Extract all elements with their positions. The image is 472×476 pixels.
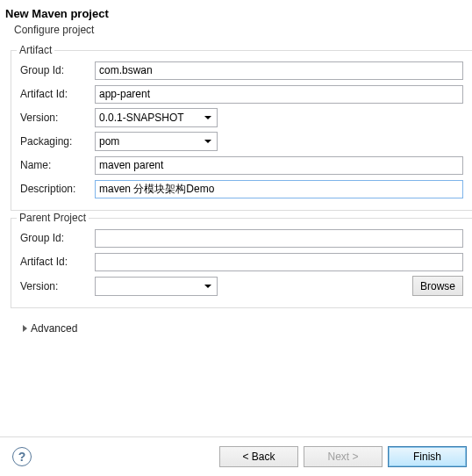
version-row: Version: 0.0.1-SNAPSHOT — [20, 108, 463, 127]
description-row: Description: — [20, 179, 463, 198]
name-label: Name: — [20, 159, 95, 171]
version-value: 0.0.1-SNAPSHOT — [99, 112, 204, 124]
chevron-down-icon — [204, 116, 211, 119]
parent-group-id-label: Group Id: — [20, 232, 95, 244]
parent-group: Parent Project Group Id: Artifact Id: Ve… — [11, 218, 472, 308]
advanced-toggle[interactable]: Advanced — [11, 315, 472, 335]
chevron-down-icon — [204, 140, 211, 143]
name-row: Name: — [20, 155, 463, 175]
parent-artifact-id-row: Artifact Id: — [20, 252, 463, 271]
packaging-label: Packaging: — [20, 135, 95, 148]
name-input[interactable] — [95, 156, 463, 175]
browse-button[interactable]: Browse — [412, 276, 463, 296]
back-button[interactable]: < Back — [219, 446, 298, 467]
version-combo[interactable]: 0.0.1-SNAPSHOT — [95, 108, 218, 127]
packaging-row: Packaging: pom — [20, 132, 463, 151]
packaging-value: pom — [99, 135, 204, 148]
group-id-label: Group Id: — [20, 64, 95, 76]
artifact-id-row: Artifact Id: — [20, 84, 463, 104]
parent-artifact-id-input[interactable] — [95, 253, 463, 271]
next-button: Next > — [304, 446, 383, 467]
chevron-right-icon — [23, 325, 27, 332]
chevron-down-icon — [204, 285, 211, 288]
parent-group-id-row: Group Id: — [20, 228, 463, 248]
wizard-footer: ? < Back Next > Finish — [0, 436, 472, 476]
parent-group-id-input[interactable] — [95, 229, 463, 248]
parent-version-row: Version: Browse — [20, 276, 463, 296]
wizard-subtitle: Configure project — [5, 24, 461, 36]
wizard-content: Artifact Group Id: Artifact Id: Version:… — [0, 45, 472, 335]
artifact-group: Artifact Group Id: Artifact Id: Version:… — [11, 50, 472, 211]
artifact-id-input[interactable] — [95, 85, 463, 104]
artifact-legend: Artifact — [17, 44, 54, 56]
group-id-input[interactable] — [95, 61, 463, 80]
finish-button[interactable]: Finish — [388, 446, 467, 467]
description-input[interactable] — [95, 180, 463, 198]
help-icon[interactable]: ? — [12, 447, 32, 466]
wizard-title: New Maven project — [5, 7, 461, 20]
parent-version-combo[interactable] — [95, 277, 218, 296]
packaging-combo[interactable]: pom — [95, 132, 218, 151]
artifact-id-label: Artifact Id: — [20, 88, 95, 100]
parent-artifact-id-label: Artifact Id: — [20, 256, 95, 268]
parent-version-label: Version: — [20, 280, 95, 292]
description-label: Description: — [20, 183, 95, 195]
advanced-label: Advanced — [31, 322, 77, 335]
footer-buttons: < Back Next > Finish — [219, 446, 467, 467]
wizard-header: New Maven project Configure project — [0, 0, 472, 45]
parent-legend: Parent Project — [17, 212, 89, 224]
version-label: Version: — [20, 112, 95, 124]
group-id-row: Group Id: — [20, 61, 463, 80]
